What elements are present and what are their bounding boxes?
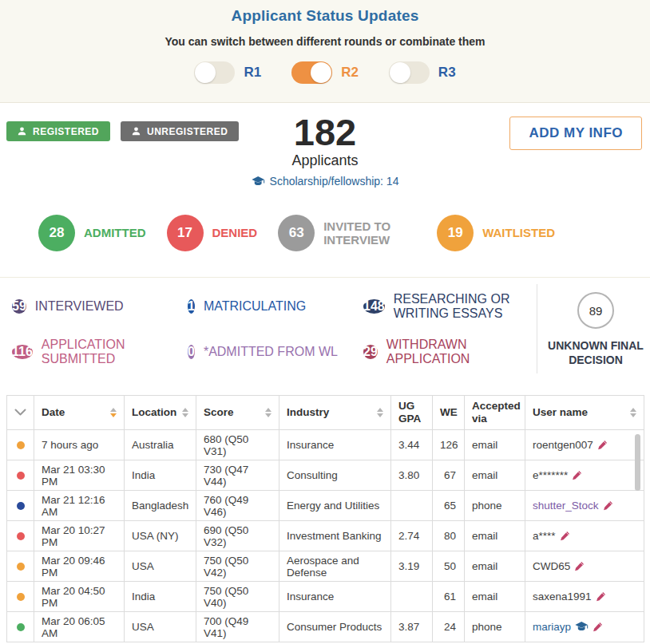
status-item-denied[interactable]: 17DENIED <box>167 215 258 251</box>
graduation-cap-icon <box>575 622 589 632</box>
add-my-info-button[interactable]: ADD MY INFO <box>509 117 642 150</box>
column-header-content: Accepted via <box>472 400 517 425</box>
column-label: Industry <box>287 406 329 419</box>
status-item-invited-to-interview[interactable]: 63INVITED TO INTERVIEW <box>278 215 416 251</box>
user-name-link[interactable]: mariayp <box>533 621 571 633</box>
column-header-location[interactable]: Location <box>125 396 196 430</box>
accepted-via-cell: phone <box>465 491 525 521</box>
date-cell: 7 hours ago <box>34 430 125 460</box>
status-dot-cell <box>7 491 34 521</box>
toggle-r3[interactable] <box>389 61 430 84</box>
gpa-cell: 3.80 <box>391 460 433 491</box>
toggle-knob <box>390 62 410 83</box>
column-header-ug-gpa: UG GPA <box>391 396 433 430</box>
unknown-label: UNKNOWN FINAL DECISION <box>541 339 650 367</box>
we-cell: 67 <box>433 460 465 491</box>
round-toggle-item: R1 <box>194 61 261 84</box>
status-dot-cell <box>7 582 34 612</box>
user-name-link: a**** <box>533 530 556 542</box>
gpa-cell: 3.19 <box>391 551 433 582</box>
status-count-circle: 29 <box>363 345 378 359</box>
status-count-circle: 19 <box>437 215 474 251</box>
secondary-status-grid: 59INTERVIEWED1MATRICULATING148RESEARCHIN… <box>12 283 535 374</box>
user-name-cell: a**** <box>525 521 644 551</box>
accepted-via-cell: email <box>465 430 525 460</box>
hero-section: Applicant Status Updates You can switch … <box>0 0 650 103</box>
status-dot-cell <box>7 521 34 551</box>
gpa-cell: 3.44 <box>391 430 433 460</box>
user-cell: saxena1991 <box>533 591 636 603</box>
status-count-circle: 1 <box>188 299 195 314</box>
sort-icon <box>182 408 188 417</box>
user-cell: roentgen007 <box>533 439 636 451</box>
toggle-r2[interactable] <box>291 61 332 84</box>
status-dot-cell <box>7 460 34 491</box>
column-header-user-name[interactable]: User name <box>525 396 644 430</box>
status-count-circle: 116 <box>12 345 33 359</box>
status-count-circle: 148 <box>363 299 385 314</box>
status-dot-cell <box>7 612 34 642</box>
edit-pencil-icon[interactable] <box>597 440 608 451</box>
toggle-label-r2: R2 <box>341 65 359 81</box>
edit-pencil-icon[interactable] <box>560 531 570 542</box>
location-cell: India <box>125 582 196 612</box>
status-dot <box>17 532 25 540</box>
edit-pencil-icon[interactable] <box>596 591 606 603</box>
status-item-application-submitted[interactable]: 116APPLICATION SUBMITTED <box>12 338 188 366</box>
date-cell: Mar 21 12:16 AM <box>34 491 125 521</box>
location-cell: USA (NY) <box>125 521 196 551</box>
edit-pencil-icon[interactable] <box>572 470 582 481</box>
status-item-admitted[interactable]: 28ADMITTED <box>38 215 146 251</box>
round-toggle-item: R3 <box>389 61 456 84</box>
status-count-circle: 63 <box>278 215 315 251</box>
column-label: Date <box>42 406 65 419</box>
status-label: MATRICULATING <box>204 299 306 314</box>
column-header-expand[interactable] <box>7 396 34 430</box>
user-name-link: saxena1991 <box>533 591 592 603</box>
user-name-cell: shutter_Stock <box>525 491 644 521</box>
status-item-admitted-from-wl[interactable]: 0*ADMITTED FROM WL <box>188 345 363 359</box>
user-name-cell: CWD65 <box>525 551 644 582</box>
we-cell: 126 <box>433 430 465 460</box>
score-cell: 750 (Q50 V40) <box>196 582 279 612</box>
status-item-withdrawn-application[interactable]: 29WITHDRAWN APPLICATION <box>363 338 535 366</box>
column-header-industry[interactable]: Industry <box>279 396 391 430</box>
date-cell: Mar 20 06:05 AM <box>34 612 125 642</box>
column-header-date[interactable]: Date <box>34 396 125 430</box>
column-header-we: WE <box>433 396 465 430</box>
status-label: INVITED TO INTERVIEW <box>323 219 416 247</box>
status-dot <box>17 441 25 449</box>
user-name-cell: saxena1991 <box>525 582 644 612</box>
secondary-status-section: 59INTERVIEWED1MATRICULATING148RESEARCHIN… <box>0 278 650 385</box>
accepted-via-cell: email <box>465 521 525 551</box>
column-header-score[interactable]: Score <box>196 396 279 430</box>
industry-cell: Investment Banking <box>279 521 391 551</box>
score-cell: 700 (Q49 V41) <box>196 612 279 642</box>
toggle-label-r3: R3 <box>438 65 456 81</box>
industry-cell: Insurance <box>279 582 391 612</box>
toggle-r1[interactable] <box>194 61 235 84</box>
status-dot <box>17 502 25 510</box>
edit-pencil-icon[interactable] <box>593 622 603 633</box>
gpa-cell <box>391 491 433 521</box>
user-name-link[interactable]: shutter_Stock <box>533 500 599 512</box>
column-header-content: User name <box>533 406 636 419</box>
score-cell: 680 (Q50 V31) <box>196 430 279 460</box>
column-header-content: WE <box>440 406 457 419</box>
status-item-researching-or-writing-essays[interactable]: 148RESEARCHING OR WRITING ESSAYS <box>363 292 535 321</box>
status-count-circle: 28 <box>38 215 75 251</box>
user-cell: shutter_Stock <box>533 500 636 512</box>
column-header-content: Location <box>132 406 188 419</box>
page-subtitle: You can switch between different rounds … <box>0 35 650 48</box>
gpa-cell: 2.74 <box>391 521 433 551</box>
we-cell: 50 <box>433 551 465 582</box>
status-label: APPLICATION SUBMITTED <box>42 338 188 366</box>
table-scrollbar-thumb[interactable] <box>635 434 640 491</box>
edit-pencil-icon[interactable] <box>603 500 613 512</box>
edit-pencil-icon[interactable] <box>574 561 585 572</box>
status-item-interviewed[interactable]: 59INTERVIEWED <box>12 299 188 314</box>
status-item-waitlisted[interactable]: 19WAITLISTED <box>437 215 555 251</box>
table-row: 7 hours agoAustralia680 (Q50 V31)Insuran… <box>7 430 644 460</box>
date-cell: Mar 20 04:50 PM <box>34 582 125 612</box>
status-item-matriculating[interactable]: 1MATRICULATING <box>188 299 363 314</box>
